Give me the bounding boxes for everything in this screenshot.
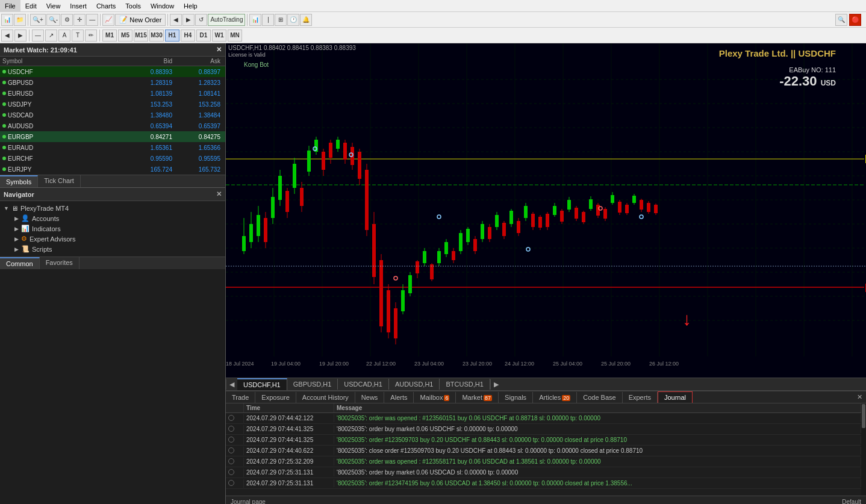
chart-type-btn[interactable]: 📊 bbox=[249, 14, 261, 26]
search-btn[interactable]: 🔍 bbox=[835, 14, 847, 26]
line-btn[interactable]: — bbox=[86, 14, 98, 26]
forward-btn[interactable]: ▶ bbox=[182, 14, 195, 26]
jrow-1[interactable]: 2024.07.29 07:44:41.325 '80025035': orde… bbox=[226, 424, 861, 435]
nav-item-indicators[interactable]: ▶ 📊 Indicators bbox=[2, 223, 223, 234]
term-tab-experts[interactable]: Experts bbox=[623, 392, 658, 403]
term-tab-news[interactable]: News bbox=[355, 392, 385, 403]
menu-item-help[interactable]: Help bbox=[179, 0, 202, 12]
mw-row-eurjpy[interactable]: EURJPY 165.724 165.732 bbox=[0, 164, 225, 175]
mw-row-eurchf[interactable]: EURCHF 0.95590 0.95595 bbox=[0, 153, 225, 164]
zoom-in-btn[interactable]: 🔍+ bbox=[30, 14, 46, 26]
terminal-scroll-thumb[interactable] bbox=[862, 404, 865, 428]
nav-item-experts[interactable]: ▶ ⚙ Expert Advisors bbox=[2, 234, 223, 244]
chart-tab-audusd[interactable]: AUDUSD,H1 bbox=[389, 379, 440, 390]
back-btn[interactable]: ◀ bbox=[170, 14, 182, 26]
menu-item-edit[interactable]: Edit bbox=[20, 0, 42, 12]
menu-item-insert[interactable]: Insert bbox=[65, 0, 92, 12]
chart-scroll-left[interactable]: ◀ bbox=[226, 379, 237, 390]
nav-tab-common[interactable]: Common bbox=[0, 257, 40, 269]
tf-d1[interactable]: D1 bbox=[196, 30, 211, 42]
tf-h1[interactable]: H1 bbox=[165, 30, 179, 42]
arrow-tool[interactable]: ↗ bbox=[45, 30, 57, 42]
next-btn[interactable]: ▶ bbox=[14, 30, 26, 42]
mw-row-usdjpy[interactable]: USDJPY 153.253 153.258 bbox=[0, 99, 225, 110]
zoom-out-btn[interactable]: 🔍- bbox=[46, 14, 60, 26]
new-order-button[interactable]: 📝 New Order bbox=[115, 14, 166, 26]
jrow-4[interactable]: 2024.07.29 07:25:32.209 '80025035': orde… bbox=[226, 456, 861, 467]
term-tab-codebase[interactable]: Code Base bbox=[577, 392, 622, 403]
mw-ask-usdchf: 0.88397 bbox=[177, 68, 225, 76]
chart-tab-gbpusd[interactable]: GBPUSD,H1 bbox=[287, 379, 338, 390]
notification-btn[interactable]: 🔴 bbox=[849, 14, 861, 26]
period-sep-btn[interactable]: | bbox=[262, 14, 274, 26]
journal-table[interactable]: 2024.07.29 07:44:42.122 '80025035': orde… bbox=[226, 413, 861, 496]
mw-tab-tickchart[interactable]: Tick Chart bbox=[38, 175, 81, 187]
chart-tab-btcusd[interactable]: BTCUSD,H1 bbox=[440, 379, 490, 390]
tf-h4[interactable]: H4 bbox=[181, 30, 195, 42]
term-tab-alerts[interactable]: Alerts bbox=[384, 392, 414, 403]
terminal-scrollbar[interactable] bbox=[861, 403, 866, 496]
indicators-btn[interactable]: 📈 bbox=[102, 14, 114, 26]
jrow-2[interactable]: 2024.07.29 07:44:41.325 '80025035': orde… bbox=[226, 435, 861, 446]
autotrading-button[interactable]: AutoTrading bbox=[208, 14, 245, 26]
chart-tab-usdchf[interactable]: USDCHF,H1 bbox=[237, 378, 287, 390]
properties-btn[interactable]: ⚙ bbox=[61, 14, 73, 26]
tf-w1[interactable]: W1 bbox=[212, 30, 226, 42]
refresh-btn[interactable]: ↺ bbox=[195, 14, 207, 26]
jrow-5[interactable]: 2024.07.29 07:25:31.131 '80025035': orde… bbox=[226, 467, 861, 478]
alert-btn[interactable]: 🔔 bbox=[300, 14, 312, 26]
mw-dot bbox=[2, 81, 6, 84]
tf-m5[interactable]: M5 bbox=[118, 30, 132, 42]
jrow-3[interactable]: 2024.07.29 07:44:40.622 '80025035': clos… bbox=[226, 446, 861, 456]
mw-tab-symbols[interactable]: Symbols bbox=[0, 175, 38, 187]
menu-item-file[interactable]: File bbox=[0, 0, 20, 12]
term-tab-mailbox[interactable]: Mailbox6 bbox=[414, 392, 456, 403]
nav-tab-favorites[interactable]: Favorites bbox=[40, 257, 79, 269]
nav-close[interactable]: ✕ bbox=[216, 190, 222, 198]
nav-item-root[interactable]: ▼ 🖥 PlexyTrade MT4 bbox=[2, 204, 223, 213]
pen-tool[interactable]: ✏ bbox=[85, 30, 97, 42]
tf-mn[interactable]: MN bbox=[228, 30, 242, 42]
chart-scroll-right[interactable]: ▶ bbox=[490, 379, 502, 390]
market-watch-close[interactable]: ✕ bbox=[216, 46, 222, 54]
clock-btn[interactable]: 🕐 bbox=[287, 14, 299, 26]
text2-tool[interactable]: T bbox=[72, 30, 84, 42]
menu-item-charts[interactable]: Charts bbox=[92, 0, 120, 12]
tf-m1[interactable]: M1 bbox=[102, 30, 117, 42]
terminal-close[interactable]: ✕ bbox=[853, 391, 866, 403]
term-tab-journal[interactable]: Journal bbox=[658, 391, 693, 403]
prev-btn[interactable]: ◀ bbox=[1, 30, 13, 42]
chart-canvas[interactable]: USDCHF,H1 0.88402 0.88415 0.88383 0.8839… bbox=[226, 43, 866, 378]
mw-row-eurusd[interactable]: EURUSD 1.08139 1.08141 bbox=[0, 88, 225, 99]
term-tab-exposure[interactable]: Exposure bbox=[255, 392, 296, 403]
term-tab-account-history[interactable]: Account History bbox=[296, 392, 355, 403]
crosshair-btn[interactable]: ✛ bbox=[73, 14, 86, 26]
mw-row-gbpusd[interactable]: GBPUSD 1.28319 1.28323 bbox=[0, 77, 225, 88]
term-tab-trade[interactable]: Trade bbox=[226, 392, 255, 403]
mw-row-euraud[interactable]: EURAUD 1.65361 1.65366 bbox=[0, 142, 225, 153]
term-tab-articles[interactable]: Articles20 bbox=[533, 392, 577, 403]
svg-rect-51 bbox=[322, 152, 325, 170]
mw-row-eurgbp[interactable]: EURGBP 0.84271 0.84275 bbox=[0, 131, 225, 142]
menu-item-tools[interactable]: Tools bbox=[120, 0, 146, 12]
mw-row-usdchf[interactable]: USDCHF 0.88393 0.88397 bbox=[0, 66, 225, 77]
jrow-6[interactable]: 2024.07.29 07:25:31.131 '80025035': orde… bbox=[226, 478, 861, 489]
zoom-fit-btn[interactable]: ⊞ bbox=[275, 14, 287, 26]
new-chart-btn[interactable]: 📊 bbox=[1, 14, 13, 26]
tf-m30[interactable]: M30 bbox=[149, 30, 164, 42]
term-tab-signals[interactable]: Signals bbox=[499, 392, 533, 403]
text-tool[interactable]: A bbox=[58, 30, 70, 42]
mw-row-usdcad[interactable]: USDCAD 1.38480 1.38484 bbox=[0, 110, 225, 120]
mw-row-audusd[interactable]: AUDUSD 0.65394 0.65397 bbox=[0, 120, 225, 131]
mw-scroll-area[interactable]: USDCHF 0.88393 0.88397 GBPUSD 1.28319 1.… bbox=[0, 66, 225, 175]
open-btn[interactable]: 📁 bbox=[14, 14, 26, 26]
menu-item-window[interactable]: Window bbox=[146, 0, 179, 12]
tf-m15[interactable]: M15 bbox=[134, 30, 148, 42]
menu-item-view[interactable]: View bbox=[42, 0, 66, 12]
term-tab-market[interactable]: Market87 bbox=[456, 392, 499, 403]
nav-item-accounts[interactable]: ▶ 👤 Accounts bbox=[2, 213, 223, 223]
nav-item-scripts[interactable]: ▶ 📜 Scripts bbox=[2, 244, 223, 254]
line-tool[interactable]: — bbox=[32, 30, 44, 42]
chart-tab-usdcad[interactable]: USDCAD,H1 bbox=[338, 379, 389, 390]
jrow-0[interactable]: 2024.07.29 07:44:42.122 '80025035': orde… bbox=[226, 413, 861, 424]
